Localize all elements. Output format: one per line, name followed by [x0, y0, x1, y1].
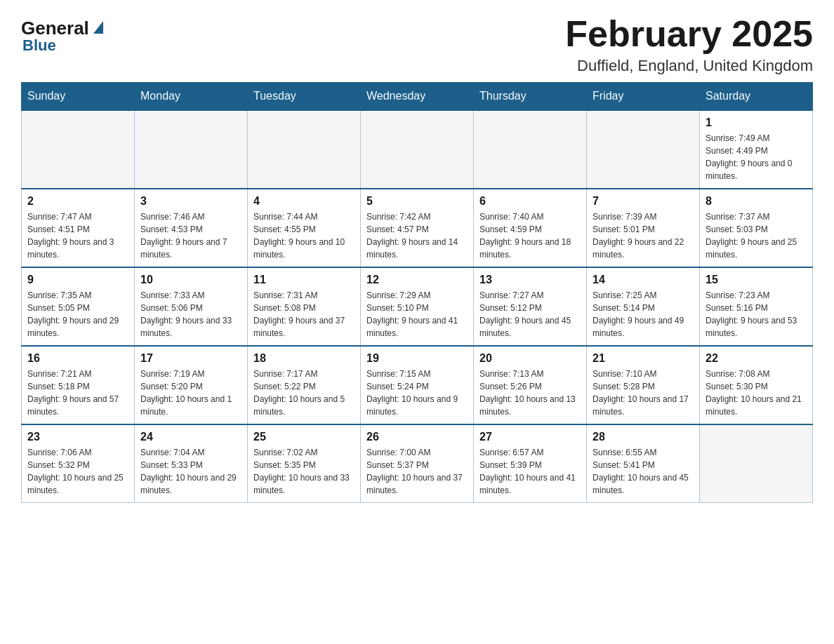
calendar-cell	[474, 110, 587, 189]
day-info: Sunrise: 7:31 AMSunset: 5:08 PMDaylight:…	[253, 289, 355, 340]
calendar-week-row: 2Sunrise: 7:47 AMSunset: 4:51 PMDaylight…	[22, 189, 813, 267]
month-title: February 2025	[565, 14, 813, 54]
calendar-cell: 12Sunrise: 7:29 AMSunset: 5:10 PMDayligh…	[361, 267, 474, 346]
day-info: Sunrise: 7:00 AMSunset: 5:37 PMDaylight:…	[366, 446, 468, 497]
day-info: Sunrise: 6:57 AMSunset: 5:39 PMDaylight:…	[479, 446, 581, 497]
calendar-cell: 14Sunrise: 7:25 AMSunset: 5:14 PMDayligh…	[587, 267, 700, 346]
day-number: 5	[366, 195, 468, 208]
day-header-monday: Monday	[135, 83, 248, 111]
day-header-wednesday: Wednesday	[361, 83, 474, 111]
calendar-cell: 24Sunrise: 7:04 AMSunset: 5:33 PMDayligh…	[135, 424, 248, 503]
day-info: Sunrise: 7:02 AMSunset: 5:35 PMDaylight:…	[253, 446, 355, 497]
day-number: 4	[253, 195, 355, 208]
calendar-cell: 8Sunrise: 7:37 AMSunset: 5:03 PMDaylight…	[700, 189, 813, 267]
calendar-cell: 2Sunrise: 7:47 AMSunset: 4:51 PMDaylight…	[22, 189, 135, 267]
calendar-cell: 1Sunrise: 7:49 AMSunset: 4:49 PMDaylight…	[700, 110, 813, 189]
day-info: Sunrise: 7:33 AMSunset: 5:06 PMDaylight:…	[140, 289, 241, 340]
calendar-cell: 22Sunrise: 7:08 AMSunset: 5:30 PMDayligh…	[700, 346, 813, 424]
calendar-cell: 16Sunrise: 7:21 AMSunset: 5:18 PMDayligh…	[22, 346, 135, 424]
day-info: Sunrise: 6:55 AMSunset: 5:41 PMDaylight:…	[593, 446, 694, 497]
calendar-header-row: SundayMondayTuesdayWednesdayThursdayFrid…	[22, 83, 813, 111]
day-info: Sunrise: 7:44 AMSunset: 4:55 PMDaylight:…	[253, 210, 355, 261]
calendar-cell	[135, 110, 248, 189]
day-info: Sunrise: 7:13 AMSunset: 5:26 PMDaylight:…	[479, 368, 581, 418]
day-info: Sunrise: 7:39 AMSunset: 5:01 PMDaylight:…	[593, 210, 694, 261]
calendar-cell: 17Sunrise: 7:19 AMSunset: 5:20 PMDayligh…	[135, 346, 248, 424]
day-number: 15	[706, 274, 807, 286]
calendar-week-row: 1Sunrise: 7:49 AMSunset: 4:49 PMDaylight…	[22, 110, 813, 189]
day-number: 9	[27, 274, 128, 286]
calendar-cell: 3Sunrise: 7:46 AMSunset: 4:53 PMDaylight…	[135, 189, 248, 267]
day-number: 27	[479, 431, 581, 443]
day-number: 2	[27, 195, 128, 208]
day-number: 21	[593, 352, 694, 365]
calendar-cell: 27Sunrise: 6:57 AMSunset: 5:39 PMDayligh…	[474, 424, 587, 503]
calendar-cell: 11Sunrise: 7:31 AMSunset: 5:08 PMDayligh…	[248, 267, 361, 346]
day-number: 12	[366, 274, 468, 286]
day-number: 10	[140, 274, 241, 286]
day-info: Sunrise: 7:25 AMSunset: 5:14 PMDaylight:…	[593, 289, 694, 340]
day-number: 23	[27, 431, 128, 443]
day-number: 14	[593, 274, 694, 286]
day-header-sunday: Sunday	[22, 83, 135, 111]
calendar-cell	[587, 110, 700, 189]
day-info: Sunrise: 7:46 AMSunset: 4:53 PMDaylight:…	[140, 210, 241, 261]
day-number: 17	[140, 352, 241, 365]
day-info: Sunrise: 7:15 AMSunset: 5:24 PMDaylight:…	[366, 368, 468, 418]
day-info: Sunrise: 7:08 AMSunset: 5:30 PMDaylight:…	[706, 368, 807, 418]
day-header-friday: Friday	[587, 83, 700, 111]
day-number: 3	[140, 195, 241, 208]
day-info: Sunrise: 7:37 AMSunset: 5:03 PMDaylight:…	[706, 210, 807, 261]
calendar-cell: 21Sunrise: 7:10 AMSunset: 5:28 PMDayligh…	[587, 346, 700, 424]
day-number: 8	[706, 195, 807, 208]
calendar-cell: 25Sunrise: 7:02 AMSunset: 5:35 PMDayligh…	[248, 424, 361, 503]
day-header-thursday: Thursday	[474, 83, 587, 111]
calendar-week-row: 16Sunrise: 7:21 AMSunset: 5:18 PMDayligh…	[22, 346, 813, 424]
day-number: 25	[253, 431, 355, 443]
calendar-table: SundayMondayTuesdayWednesdayThursdayFrid…	[21, 82, 813, 503]
day-number: 16	[27, 352, 128, 365]
calendar-cell: 28Sunrise: 6:55 AMSunset: 5:41 PMDayligh…	[587, 424, 700, 503]
day-number: 20	[479, 352, 581, 365]
day-info: Sunrise: 7:04 AMSunset: 5:33 PMDaylight:…	[140, 446, 241, 497]
calendar-cell: 5Sunrise: 7:42 AMSunset: 4:57 PMDaylight…	[361, 189, 474, 267]
day-info: Sunrise: 7:40 AMSunset: 4:59 PMDaylight:…	[479, 210, 581, 261]
calendar-cell: 7Sunrise: 7:39 AMSunset: 5:01 PMDaylight…	[587, 189, 700, 267]
day-number: 7	[593, 195, 694, 208]
day-number: 22	[706, 352, 807, 365]
calendar-cell: 26Sunrise: 7:00 AMSunset: 5:37 PMDayligh…	[361, 424, 474, 503]
calendar-cell: 20Sunrise: 7:13 AMSunset: 5:26 PMDayligh…	[474, 346, 587, 424]
calendar-cell: 6Sunrise: 7:40 AMSunset: 4:59 PMDaylight…	[474, 189, 587, 267]
day-info: Sunrise: 7:27 AMSunset: 5:12 PMDaylight:…	[479, 289, 581, 340]
title-block: February 2025 Duffield, England, United …	[565, 14, 813, 75]
calendar-cell	[700, 424, 813, 503]
day-number: 19	[366, 352, 468, 365]
day-number: 13	[479, 274, 581, 286]
calendar-week-row: 23Sunrise: 7:06 AMSunset: 5:32 PMDayligh…	[22, 424, 813, 503]
day-number: 1	[706, 116, 807, 129]
calendar-cell	[248, 110, 361, 189]
day-number: 6	[479, 195, 581, 208]
day-number: 11	[253, 274, 355, 286]
calendar-cell: 4Sunrise: 7:44 AMSunset: 4:55 PMDaylight…	[248, 189, 361, 267]
day-info: Sunrise: 7:21 AMSunset: 5:18 PMDaylight:…	[27, 368, 128, 418]
page-header: General Blue February 2025 Duffield, Eng…	[21, 14, 813, 75]
calendar-cell	[361, 110, 474, 189]
day-info: Sunrise: 7:49 AMSunset: 4:49 PMDaylight:…	[706, 132, 807, 182]
day-info: Sunrise: 7:47 AMSunset: 4:51 PMDaylight:…	[27, 210, 128, 261]
calendar-cell: 19Sunrise: 7:15 AMSunset: 5:24 PMDayligh…	[361, 346, 474, 424]
day-info: Sunrise: 7:29 AMSunset: 5:10 PMDaylight:…	[366, 289, 468, 340]
calendar-cell: 23Sunrise: 7:06 AMSunset: 5:32 PMDayligh…	[22, 424, 135, 503]
calendar-week-row: 9Sunrise: 7:35 AMSunset: 5:05 PMDaylight…	[22, 267, 813, 346]
calendar-cell: 9Sunrise: 7:35 AMSunset: 5:05 PMDaylight…	[22, 267, 135, 346]
calendar-cell: 13Sunrise: 7:27 AMSunset: 5:12 PMDayligh…	[474, 267, 587, 346]
day-number: 26	[366, 431, 468, 443]
day-info: Sunrise: 7:42 AMSunset: 4:57 PMDaylight:…	[366, 210, 468, 261]
logo: General Blue	[21, 14, 103, 55]
day-number: 18	[253, 352, 355, 365]
day-info: Sunrise: 7:10 AMSunset: 5:28 PMDaylight:…	[593, 368, 694, 418]
day-info: Sunrise: 7:23 AMSunset: 5:16 PMDaylight:…	[706, 289, 807, 340]
location-text: Duffield, England, United Kingdom	[565, 57, 813, 75]
day-info: Sunrise: 7:06 AMSunset: 5:32 PMDaylight:…	[27, 446, 128, 497]
logo-blue-text: Blue	[22, 36, 56, 55]
